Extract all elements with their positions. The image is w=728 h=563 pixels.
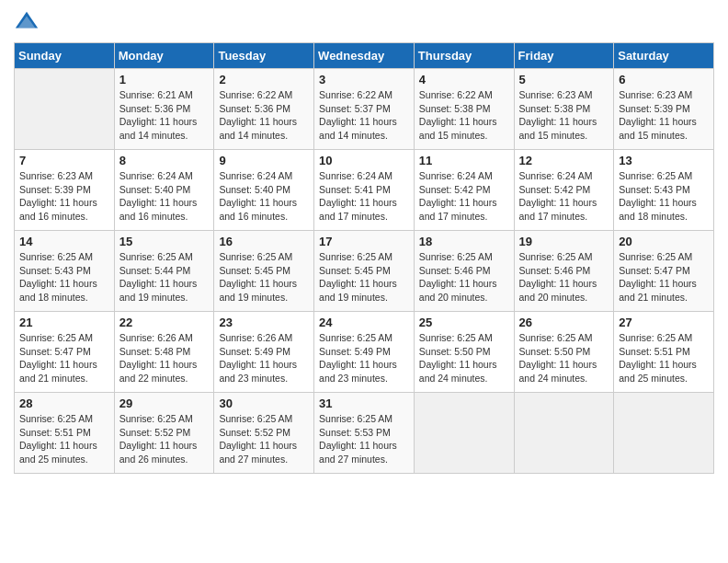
cell-sun-info: Sunrise: 6:25 AMSunset: 5:46 PMDaylight:… (419, 250, 509, 304)
cell-sun-info: Sunrise: 6:22 AMSunset: 5:36 PMDaylight:… (219, 88, 309, 143)
calendar-cell: 6Sunrise: 6:23 AMSunset: 5:39 PMDaylight… (614, 69, 714, 150)
cell-sun-info: Sunrise: 6:23 AMSunset: 5:39 PMDaylight:… (19, 169, 109, 224)
calendar-cell: 10Sunrise: 6:24 AMSunset: 5:41 PMDayligh… (314, 150, 415, 231)
day-number: 29 (119, 396, 210, 410)
cell-sun-info: Sunrise: 6:25 AMSunset: 5:43 PMDaylight:… (619, 169, 709, 224)
day-number: 17 (319, 235, 409, 248)
column-header-wednesday: Wednesday (314, 43, 415, 69)
cell-sun-info: Sunrise: 6:25 AMSunset: 5:53 PMDaylight:… (319, 412, 409, 466)
calendar-week-row: 28Sunrise: 6:25 AMSunset: 5:51 PMDayligh… (15, 393, 714, 474)
day-number: 14 (19, 235, 109, 248)
calendar-cell: 27Sunrise: 6:25 AMSunset: 5:51 PMDayligh… (614, 312, 714, 393)
page-header (14, 9, 714, 35)
calendar-cell: 29Sunrise: 6:25 AMSunset: 5:52 PMDayligh… (114, 393, 214, 474)
day-number: 8 (119, 154, 210, 167)
cell-sun-info: Sunrise: 6:26 AMSunset: 5:49 PMDaylight:… (219, 331, 309, 385)
calendar-table: SundayMondayTuesdayWednesdayThursdayFrid… (14, 42, 714, 474)
calendar-cell: 28Sunrise: 6:25 AMSunset: 5:51 PMDayligh… (15, 393, 115, 474)
day-number: 31 (319, 396, 409, 410)
day-number: 26 (519, 316, 609, 329)
calendar-cell: 5Sunrise: 6:23 AMSunset: 5:38 PMDaylight… (514, 69, 614, 150)
day-number: 25 (419, 316, 509, 329)
calendar-cell: 16Sunrise: 6:25 AMSunset: 5:45 PMDayligh… (214, 231, 314, 312)
calendar-cell: 14Sunrise: 6:25 AMSunset: 5:43 PMDayligh… (15, 231, 115, 312)
cell-sun-info: Sunrise: 6:25 AMSunset: 5:44 PMDaylight:… (119, 250, 210, 304)
cell-sun-info: Sunrise: 6:26 AMSunset: 5:48 PMDaylight:… (119, 331, 210, 385)
cell-sun-info: Sunrise: 6:23 AMSunset: 5:39 PMDaylight:… (619, 88, 709, 143)
calendar-cell: 2Sunrise: 6:22 AMSunset: 5:36 PMDaylight… (214, 69, 314, 150)
cell-sun-info: Sunrise: 6:25 AMSunset: 5:45 PMDaylight:… (219, 250, 309, 304)
calendar-cell: 23Sunrise: 6:26 AMSunset: 5:49 PMDayligh… (214, 312, 314, 393)
calendar-cell: 20Sunrise: 6:25 AMSunset: 5:47 PMDayligh… (614, 231, 714, 312)
day-number: 16 (219, 235, 309, 248)
cell-sun-info: Sunrise: 6:25 AMSunset: 5:52 PMDaylight:… (219, 412, 309, 466)
day-number: 5 (519, 73, 609, 86)
calendar-cell: 13Sunrise: 6:25 AMSunset: 5:43 PMDayligh… (614, 150, 714, 231)
calendar-cell: 25Sunrise: 6:25 AMSunset: 5:50 PMDayligh… (414, 312, 514, 393)
calendar-cell: 8Sunrise: 6:24 AMSunset: 5:40 PMDaylight… (114, 150, 214, 231)
column-header-thursday: Thursday (414, 43, 514, 69)
column-header-friday: Friday (514, 43, 614, 69)
column-header-tuesday: Tuesday (214, 43, 314, 69)
calendar-cell: 12Sunrise: 6:24 AMSunset: 5:42 PMDayligh… (514, 150, 614, 231)
logo (14, 9, 43, 35)
calendar-cell: 24Sunrise: 6:25 AMSunset: 5:49 PMDayligh… (314, 312, 415, 393)
day-number: 9 (219, 154, 309, 167)
day-number: 18 (419, 235, 509, 248)
cell-sun-info: Sunrise: 6:25 AMSunset: 5:50 PMDaylight:… (519, 331, 609, 385)
cell-sun-info: Sunrise: 6:24 AMSunset: 5:40 PMDaylight:… (119, 169, 210, 224)
day-number: 22 (119, 316, 210, 329)
calendar-cell (15, 69, 115, 150)
calendar-week-row: 1Sunrise: 6:21 AMSunset: 5:36 PMDaylight… (15, 69, 714, 150)
cell-sun-info: Sunrise: 6:25 AMSunset: 5:47 PMDaylight:… (619, 250, 709, 304)
column-header-saturday: Saturday (614, 43, 714, 69)
calendar-cell: 21Sunrise: 6:25 AMSunset: 5:47 PMDayligh… (15, 312, 115, 393)
cell-sun-info: Sunrise: 6:25 AMSunset: 5:51 PMDaylight:… (19, 412, 109, 466)
calendar-cell: 9Sunrise: 6:24 AMSunset: 5:40 PMDaylight… (214, 150, 314, 231)
calendar-cell: 4Sunrise: 6:22 AMSunset: 5:38 PMDaylight… (414, 69, 514, 150)
cell-sun-info: Sunrise: 6:25 AMSunset: 5:43 PMDaylight:… (19, 250, 109, 304)
calendar-cell (514, 393, 614, 474)
calendar-cell: 30Sunrise: 6:25 AMSunset: 5:52 PMDayligh… (214, 393, 314, 474)
cell-sun-info: Sunrise: 6:21 AMSunset: 5:36 PMDaylight:… (119, 88, 210, 143)
calendar-week-row: 7Sunrise: 6:23 AMSunset: 5:39 PMDaylight… (15, 150, 714, 231)
cell-sun-info: Sunrise: 6:24 AMSunset: 5:40 PMDaylight:… (219, 169, 309, 224)
day-number: 19 (519, 235, 609, 248)
day-number: 10 (319, 154, 409, 167)
calendar-week-row: 21Sunrise: 6:25 AMSunset: 5:47 PMDayligh… (15, 312, 714, 393)
day-number: 28 (19, 396, 109, 410)
calendar-cell: 1Sunrise: 6:21 AMSunset: 5:36 PMDaylight… (114, 69, 214, 150)
calendar-cell: 15Sunrise: 6:25 AMSunset: 5:44 PMDayligh… (114, 231, 214, 312)
day-number: 21 (19, 316, 109, 329)
day-number: 3 (319, 73, 409, 86)
day-number: 13 (619, 154, 709, 167)
cell-sun-info: Sunrise: 6:25 AMSunset: 5:46 PMDaylight:… (519, 250, 609, 304)
day-number: 4 (419, 73, 509, 86)
cell-sun-info: Sunrise: 6:25 AMSunset: 5:47 PMDaylight:… (19, 331, 109, 385)
calendar-cell: 31Sunrise: 6:25 AMSunset: 5:53 PMDayligh… (314, 393, 415, 474)
calendar-cell: 11Sunrise: 6:24 AMSunset: 5:42 PMDayligh… (414, 150, 514, 231)
cell-sun-info: Sunrise: 6:25 AMSunset: 5:51 PMDaylight:… (619, 331, 709, 385)
cell-sun-info: Sunrise: 6:24 AMSunset: 5:42 PMDaylight:… (419, 169, 509, 224)
calendar-cell: 19Sunrise: 6:25 AMSunset: 5:46 PMDayligh… (514, 231, 614, 312)
day-number: 11 (419, 154, 509, 167)
cell-sun-info: Sunrise: 6:24 AMSunset: 5:42 PMDaylight:… (519, 169, 609, 224)
day-number: 2 (219, 73, 309, 86)
logo-icon (14, 9, 40, 35)
column-header-monday: Monday (114, 43, 214, 69)
cell-sun-info: Sunrise: 6:23 AMSunset: 5:38 PMDaylight:… (519, 88, 609, 143)
cell-sun-info: Sunrise: 6:24 AMSunset: 5:41 PMDaylight:… (319, 169, 409, 224)
day-number: 1 (119, 73, 210, 86)
calendar-cell: 7Sunrise: 6:23 AMSunset: 5:39 PMDaylight… (15, 150, 115, 231)
cell-sun-info: Sunrise: 6:25 AMSunset: 5:45 PMDaylight:… (319, 250, 409, 304)
day-number: 27 (619, 316, 709, 329)
day-number: 20 (619, 235, 709, 248)
day-number: 12 (519, 154, 609, 167)
day-number: 24 (319, 316, 409, 329)
calendar-cell (614, 393, 714, 474)
calendar-cell: 18Sunrise: 6:25 AMSunset: 5:46 PMDayligh… (414, 231, 514, 312)
column-header-sunday: Sunday (15, 43, 115, 69)
calendar-cell: 17Sunrise: 6:25 AMSunset: 5:45 PMDayligh… (314, 231, 415, 312)
calendar-cell: 26Sunrise: 6:25 AMSunset: 5:50 PMDayligh… (514, 312, 614, 393)
calendar-header-row: SundayMondayTuesdayWednesdayThursdayFrid… (15, 43, 714, 69)
